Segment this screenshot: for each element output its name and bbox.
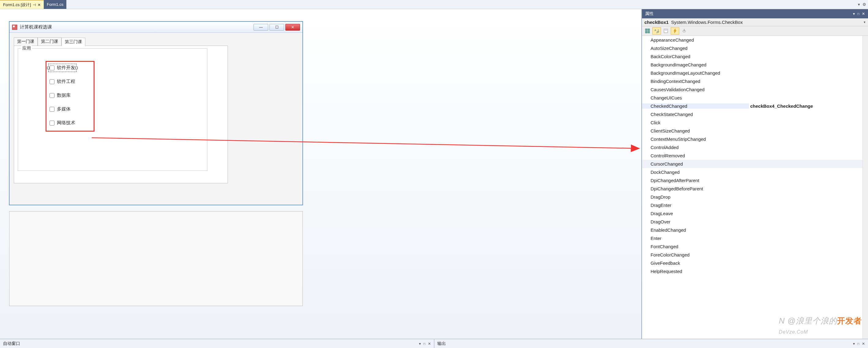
events-button[interactable] [671,27,679,35]
close-button[interactable]: ✕ [285,24,300,31]
event-row[interactable]: Enter [642,234,868,242]
event-row[interactable]: DpiChangedAfterParent [642,176,868,184]
checkbox-input[interactable] [50,121,55,125]
checkbox-1[interactable]: 软件开发 [50,65,75,71]
chevron-down-icon[interactable]: ▾ [853,342,855,346]
event-row[interactable]: DragLeave [642,209,868,218]
event-row[interactable]: CursorChanged [642,160,868,168]
properties-panel: 属性 ▾ ⏍ ✕ checkBox1 System.Windows.Forms.… [642,9,868,339]
tab-course-2[interactable]: 第二门课 [38,37,61,46]
event-row[interactable]: FontChanged [642,242,868,251]
close-icon[interactable]: ✕ [428,342,431,346]
properties-panel-title: 属性 ▾ ⏍ ✕ [642,9,868,18]
svg-rect-9 [664,29,668,33]
event-row[interactable]: BackColorChanged [642,52,868,61]
tab-form1-design[interactable]: Form1.cs [设计] ⊣ ✕ [0,0,44,9]
event-row[interactable]: BackgroundImageChanged [642,61,868,69]
checkbox-4[interactable]: 多媒体 [50,106,75,112]
tab-control[interactable]: 第一门课第二门课第三门课 应用 软件开发软件工程数据库多媒体网络技术 [14,37,228,184]
event-row[interactable]: ChangeUICues [642,94,868,102]
event-row[interactable]: CheckedChangedcheckBox4_CheckedChange [642,102,868,110]
categorized-button[interactable] [643,27,652,35]
pin-icon[interactable]: ⊣ [33,3,36,7]
event-row[interactable]: ForeColorChanged [642,251,868,259]
tab-course-3[interactable]: 第三门课 [61,38,85,46]
event-row[interactable]: CheckStateChanged [642,110,868,118]
events-list[interactable]: AppearanceChangedAutoSizeChangedBackColo… [642,36,868,339]
event-row[interactable]: DockChanged [642,168,868,176]
event-row[interactable]: DragOver [642,218,868,226]
checkbox-2[interactable]: 软件工程 [50,79,75,85]
svg-rect-1 [13,25,15,27]
event-row[interactable]: ControlAdded [642,143,868,151]
event-row[interactable]: Click [642,118,868,127]
chevron-down-icon[interactable]: ▾ [853,11,855,16]
properties-button[interactable] [661,27,670,35]
event-name: DragLeave [642,211,749,216]
event-row[interactable]: CausesValidationChanged [642,85,868,94]
checkbox-3[interactable]: 数据库 [50,92,75,98]
close-icon[interactable]: ✕ [862,342,865,346]
chevron-down-icon[interactable]: ▾ [419,342,421,346]
event-name: DpiChangedBeforeParent [642,186,749,191]
tab-course-1[interactable]: 第一门课 [14,37,38,46]
tab-page[interactable]: 应用 软件开发软件工程数据库多媒体网络技术 [14,46,228,183]
event-name: CursorChanged [642,161,749,167]
chevron-down-icon[interactable]: ▾ [858,2,860,7]
event-name: AutoSizeChanged [642,46,749,51]
event-name: BackgroundImageLayoutChanged [642,70,749,76]
property-pages-button[interactable] [680,27,688,35]
gear-icon[interactable]: ⚙ [863,2,866,7]
svg-rect-6 [648,31,650,33]
event-row[interactable]: BackgroundImageLayoutChanged [642,69,868,77]
checkbox-input[interactable] [50,93,55,98]
properties-object-selector[interactable]: checkBox1 System.Windows.Forms.CheckBox … [642,18,868,26]
event-row[interactable]: HelpRequested [642,267,868,276]
event-row[interactable]: DragDrop [642,193,868,201]
pin-icon[interactable]: ⏍ [423,342,426,346]
autos-panel-header[interactable]: 自动窗口 ▾ ⏍ ✕ [0,339,434,348]
event-value[interactable]: checkBox4_CheckedChange [749,104,868,109]
event-row[interactable]: BindingContextChanged [642,77,868,85]
close-icon[interactable]: ✕ [38,3,41,7]
checkbox-input[interactable] [50,79,55,84]
checkbox-input[interactable] [50,65,55,70]
form-app-icon [12,25,18,30]
design-surface[interactable]: 计算机课程选课 — ☐ ✕ 第一门课第二门课第三门课 应用 软件开发软件工程数据… [0,9,642,339]
selected-object-name: checkBox1 [644,20,669,25]
chevron-down-icon[interactable]: ▾ [864,20,866,24]
event-row[interactable]: ContextMenuStripChanged [642,135,868,143]
groupbox-application[interactable]: 应用 软件开发软件工程数据库多媒体网络技术 [18,48,207,171]
svg-rect-10 [664,30,667,31]
event-name: DragOver [642,219,749,224]
event-row[interactable]: DragEnter [642,201,868,209]
winforms-form[interactable]: 计算机课程选课 — ☐ ✕ 第一门课第二门课第三门课 应用 软件开发软件工程数据… [9,22,303,205]
panel-title: 自动窗口 [3,341,20,346]
scrollbar-vertical[interactable] [863,36,868,339]
tab-form1-code[interactable]: Form1.cs [44,0,66,9]
event-name: DockChanged [642,170,749,175]
maximize-button[interactable]: ☐ [270,24,284,31]
event-row[interactable]: EnabledChanged [642,226,868,234]
event-name: ClientSizeChanged [642,128,749,134]
minimize-button[interactable]: — [253,24,268,31]
checkbox-5[interactable]: 网络技术 [50,120,75,126]
svg-rect-11 [684,29,684,31]
event-row[interactable]: AppearanceChanged [642,36,868,44]
event-row[interactable]: ClientSizeChanged [642,127,868,135]
output-panel-header[interactable]: 输出 ▾ ⏍ ✕ [434,339,868,348]
event-row[interactable]: GiveFeedback [642,259,868,267]
event-name: CheckedChanged [642,104,749,109]
svg-rect-5 [645,31,647,33]
event-row[interactable]: ControlRemoved [642,151,868,160]
event-row[interactable]: DpiChangedBeforeParent [642,184,868,193]
close-icon[interactable]: ✕ [862,11,865,16]
pin-icon[interactable]: ⏍ [857,11,860,16]
selected-object-type: System.Windows.Forms.CheckBox [671,20,743,25]
event-row[interactable]: AutoSizeChanged [642,44,868,52]
checkbox-input[interactable] [50,107,55,112]
checkbox-label: 软件工程 [57,79,75,85]
alphabetical-button[interactable]: AZ [652,27,661,35]
event-name: GiveFeedback [642,260,749,266]
pin-icon[interactable]: ⏍ [857,342,860,346]
